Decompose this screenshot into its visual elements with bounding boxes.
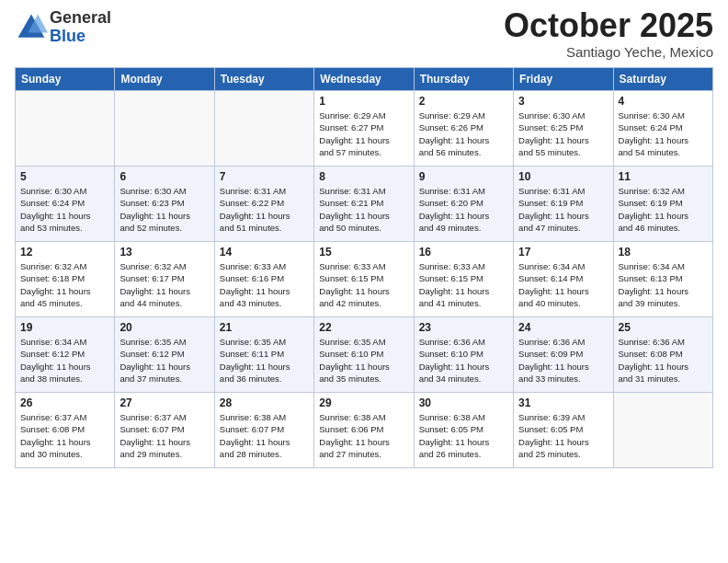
day-number: 13 [119,246,209,259]
day-number: 8 [319,170,408,183]
day-info: Sunrise: 6:31 AM Sunset: 6:21 PM Dayligh… [319,185,408,234]
day-info: Sunrise: 6:39 AM Sunset: 6:05 PM Dayligh… [518,411,608,460]
weekday-thursday: Thursday [414,68,513,91]
calendar-cell [115,91,214,167]
calendar-cell: 5Sunrise: 6:30 AM Sunset: 6:24 PM Daylig… [16,167,115,242]
week-row-3: 19Sunrise: 6:34 AM Sunset: 6:12 PM Dayli… [16,317,713,393]
calendar-cell: 20Sunrise: 6:35 AM Sunset: 6:12 PM Dayli… [115,317,214,393]
calendar-cell: 22Sunrise: 6:35 AM Sunset: 6:10 PM Dayli… [314,317,414,393]
week-row-4: 26Sunrise: 6:37 AM Sunset: 6:08 PM Dayli… [16,393,713,468]
logo-icon [15,11,48,44]
day-info: Sunrise: 6:37 AM Sunset: 6:08 PM Dayligh… [20,411,109,460]
calendar-table: SundayMondayTuesdayWednesdayThursdayFrid… [15,67,713,468]
weekday-wednesday: Wednesday [314,68,414,91]
day-number: 9 [419,170,508,183]
calendar-cell: 19Sunrise: 6:34 AM Sunset: 6:12 PM Dayli… [16,317,115,393]
calendar-cell: 16Sunrise: 6:33 AM Sunset: 6:15 PM Dayli… [414,242,513,317]
calendar-cell: 18Sunrise: 6:34 AM Sunset: 6:13 PM Dayli… [613,242,712,317]
day-info: Sunrise: 6:34 AM Sunset: 6:14 PM Dayligh… [518,260,608,309]
calendar-cell: 17Sunrise: 6:34 AM Sunset: 6:14 PM Dayli… [514,242,613,317]
day-info: Sunrise: 6:36 AM Sunset: 6:08 PM Dayligh… [619,336,708,385]
day-info: Sunrise: 6:31 AM Sunset: 6:19 PM Dayligh… [518,185,608,234]
day-info: Sunrise: 6:32 AM Sunset: 6:17 PM Dayligh… [119,260,209,309]
day-number: 30 [419,396,508,409]
day-info: Sunrise: 6:29 AM Sunset: 6:26 PM Dayligh… [419,109,508,158]
calendar-cell: 21Sunrise: 6:35 AM Sunset: 6:11 PM Dayli… [214,317,313,393]
calendar-cell [214,91,313,167]
calendar-cell [613,393,712,468]
day-number: 4 [619,95,708,108]
week-row-1: 5Sunrise: 6:30 AM Sunset: 6:24 PM Daylig… [16,167,713,242]
day-number: 18 [619,246,708,259]
weekday-sunday: Sunday [16,68,115,91]
week-row-2: 12Sunrise: 6:32 AM Sunset: 6:18 PM Dayli… [16,242,713,317]
week-row-0: 1Sunrise: 6:29 AM Sunset: 6:27 PM Daylig… [16,91,713,167]
day-info: Sunrise: 6:30 AM Sunset: 6:23 PM Dayligh… [119,185,209,234]
calendar-cell: 11Sunrise: 6:32 AM Sunset: 6:19 PM Dayli… [613,167,712,242]
day-number: 12 [20,246,109,259]
day-number: 26 [20,396,109,409]
day-info: Sunrise: 6:37 AM Sunset: 6:07 PM Dayligh… [119,411,209,460]
calendar-cell: 7Sunrise: 6:31 AM Sunset: 6:22 PM Daylig… [214,167,313,242]
calendar-cell: 31Sunrise: 6:39 AM Sunset: 6:05 PM Dayli… [514,393,613,468]
calendar-cell [16,91,115,167]
calendar-cell: 14Sunrise: 6:33 AM Sunset: 6:16 PM Dayli… [214,242,313,317]
day-info: Sunrise: 6:36 AM Sunset: 6:09 PM Dayligh… [518,336,608,385]
day-number: 28 [220,396,309,409]
day-number: 2 [419,95,508,108]
day-info: Sunrise: 6:29 AM Sunset: 6:27 PM Dayligh… [319,109,408,158]
day-info: Sunrise: 6:33 AM Sunset: 6:16 PM Dayligh… [220,260,309,309]
weekday-saturday: Saturday [613,68,712,91]
day-info: Sunrise: 6:33 AM Sunset: 6:15 PM Dayligh… [419,260,508,309]
day-info: Sunrise: 6:34 AM Sunset: 6:12 PM Dayligh… [20,336,109,385]
calendar-cell: 26Sunrise: 6:37 AM Sunset: 6:08 PM Dayli… [16,393,115,468]
day-info: Sunrise: 6:31 AM Sunset: 6:20 PM Dayligh… [419,185,508,234]
location-title: Santiago Yeche, Mexico [504,44,713,60]
day-info: Sunrise: 6:30 AM Sunset: 6:24 PM Dayligh… [20,185,109,234]
day-number: 24 [518,321,608,334]
day-info: Sunrise: 6:38 AM Sunset: 6:06 PM Dayligh… [319,411,408,460]
day-number: 15 [319,246,408,259]
calendar-cell: 12Sunrise: 6:32 AM Sunset: 6:18 PM Dayli… [16,242,115,317]
weekday-friday: Friday [514,68,613,91]
day-number: 17 [518,246,608,259]
logo-blue-text: Blue [50,27,85,45]
day-info: Sunrise: 6:34 AM Sunset: 6:13 PM Dayligh… [619,260,708,309]
day-info: Sunrise: 6:35 AM Sunset: 6:10 PM Dayligh… [319,336,408,385]
day-info: Sunrise: 6:36 AM Sunset: 6:10 PM Dayligh… [419,336,508,385]
weekday-header-row: SundayMondayTuesdayWednesdayThursdayFrid… [16,68,713,91]
day-info: Sunrise: 6:38 AM Sunset: 6:07 PM Dayligh… [220,411,309,460]
page-header: General Blue October 2025 Santiago Yeche… [15,9,713,60]
weekday-monday: Monday [115,68,214,91]
day-number: 11 [619,170,708,183]
day-number: 23 [419,321,508,334]
calendar-cell: 13Sunrise: 6:32 AM Sunset: 6:17 PM Dayli… [115,242,214,317]
day-info: Sunrise: 6:30 AM Sunset: 6:25 PM Dayligh… [518,109,608,158]
day-number: 6 [119,170,209,183]
calendar-cell: 25Sunrise: 6:36 AM Sunset: 6:08 PM Dayli… [613,317,712,393]
calendar-cell: 2Sunrise: 6:29 AM Sunset: 6:26 PM Daylig… [414,91,513,167]
calendar-cell: 27Sunrise: 6:37 AM Sunset: 6:07 PM Dayli… [115,393,214,468]
calendar-cell: 10Sunrise: 6:31 AM Sunset: 6:19 PM Dayli… [514,167,613,242]
calendar-cell: 9Sunrise: 6:31 AM Sunset: 6:20 PM Daylig… [414,167,513,242]
weekday-tuesday: Tuesday [214,68,313,91]
calendar-cell: 6Sunrise: 6:30 AM Sunset: 6:23 PM Daylig… [115,167,214,242]
day-number: 7 [220,170,309,183]
title-block: October 2025 Santiago Yeche, Mexico [504,9,713,60]
calendar-cell: 3Sunrise: 6:30 AM Sunset: 6:25 PM Daylig… [514,91,613,167]
day-number: 20 [119,321,209,334]
logo: General Blue [15,9,111,46]
calendar-cell: 8Sunrise: 6:31 AM Sunset: 6:21 PM Daylig… [314,167,414,242]
day-info: Sunrise: 6:32 AM Sunset: 6:19 PM Dayligh… [619,185,708,234]
day-number: 29 [319,396,408,409]
day-info: Sunrise: 6:35 AM Sunset: 6:12 PM Dayligh… [119,336,209,385]
calendar-cell: 23Sunrise: 6:36 AM Sunset: 6:10 PM Dayli… [414,317,513,393]
calendar-cell: 15Sunrise: 6:33 AM Sunset: 6:15 PM Dayli… [314,242,414,317]
day-number: 25 [619,321,708,334]
day-info: Sunrise: 6:30 AM Sunset: 6:24 PM Dayligh… [619,109,708,158]
day-number: 5 [20,170,109,183]
logo-general-text: General [50,8,111,27]
day-number: 22 [319,321,408,334]
day-info: Sunrise: 6:38 AM Sunset: 6:05 PM Dayligh… [419,411,508,460]
day-info: Sunrise: 6:31 AM Sunset: 6:22 PM Dayligh… [220,185,309,234]
